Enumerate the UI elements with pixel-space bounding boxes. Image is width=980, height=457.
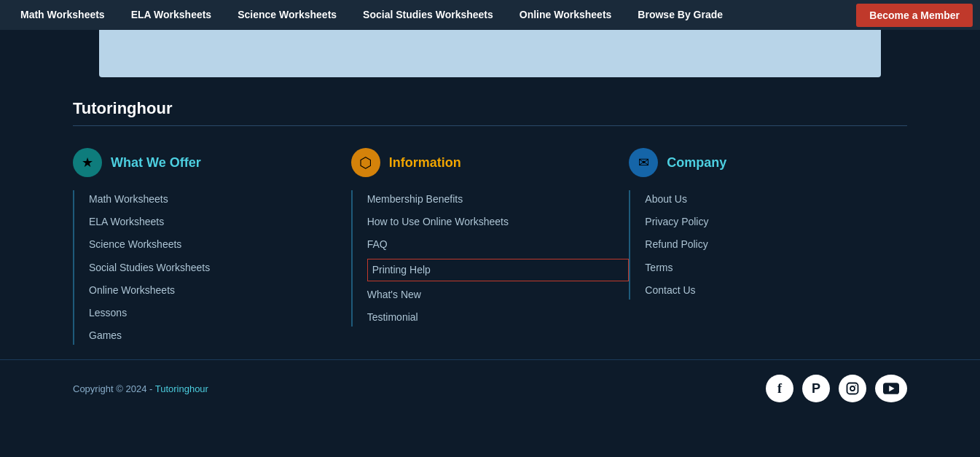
hero-strip — [99, 30, 881, 77]
link-membership-benefits[interactable]: Membership Benefits — [367, 190, 630, 208]
nav-link-ela[interactable]: ELA Worksheets — [118, 0, 224, 30]
nav-item-math[interactable]: Math Worksheets — [7, 0, 118, 30]
footer-col-links-company: About Us Privacy Policy Refund Policy Te… — [629, 190, 907, 300]
link-testimonial[interactable]: Testimonial — [367, 308, 630, 327]
svg-point-1 — [850, 386, 855, 391]
nav-item-online[interactable]: Online Worksheets — [506, 0, 625, 30]
link-how-to-use[interactable]: How to Use Online Worksheets — [367, 213, 630, 231]
footer-divider — [73, 125, 907, 126]
footer-col-header-information: ⬡ Information — [351, 148, 630, 177]
nav-item-science[interactable]: Science Worksheets — [224, 0, 350, 30]
footer-col-what-we-offer: ★ What We Offer Math Worksheets ELA Work… — [73, 148, 351, 345]
nav-link-math[interactable]: Math Worksheets — [7, 0, 118, 30]
link-science-worksheets[interactable]: Science Worksheets — [89, 235, 351, 254]
link-printing-help[interactable]: Printing Help — [367, 259, 630, 281]
footer-col-company: ✉ Company About Us Privacy Policy Refund… — [629, 148, 907, 345]
footer-col-information: ⬡ Information Membership Benefits How to… — [351, 148, 630, 345]
nav-link-browse[interactable]: Browse By Grade — [624, 0, 736, 30]
link-online-worksheets[interactable]: Online Worksheets — [89, 281, 351, 300]
social-icons: f P — [766, 375, 907, 402]
nav-item-ela[interactable]: ELA Worksheets — [118, 0, 224, 30]
email-icon: ✉ — [629, 148, 658, 177]
link-about-us[interactable]: About Us — [645, 190, 907, 208]
link-refund-policy[interactable]: Refund Policy — [645, 235, 907, 254]
link-games[interactable]: Games — [89, 327, 351, 345]
nav-item-social-studies[interactable]: Social Studies Worksheets — [350, 0, 506, 30]
footer-col-header-what-we-offer: ★ What We Offer — [73, 148, 351, 177]
nav-link-science[interactable]: Science Worksheets — [224, 0, 350, 30]
footer-bottom: Copyright © 2024 - Tutoringhour f P — [0, 359, 980, 417]
link-contact-us[interactable]: Contact Us — [645, 281, 907, 300]
footer-col-links-information: Membership Benefits How to Use Online Wo… — [351, 190, 630, 327]
nav-item-browse[interactable]: Browse By Grade — [624, 0, 736, 30]
star-icon: ★ — [73, 148, 102, 177]
link-terms[interactable]: Terms — [645, 259, 907, 277]
footer-col-title-company: Company — [667, 155, 726, 171]
footer: Tutoringhour ★ What We Offer Math Worksh… — [0, 77, 980, 359]
link-whats-new[interactable]: What's New — [367, 286, 630, 304]
footer-columns: ★ What We Offer Math Worksheets ELA Work… — [73, 148, 907, 345]
link-social-studies-worksheets[interactable]: Social Studies Worksheets — [89, 259, 351, 277]
footer-col-title-information: Information — [389, 155, 461, 171]
link-lessons[interactable]: Lessons — [89, 304, 351, 322]
facebook-icon[interactable]: f — [766, 375, 793, 402]
svg-rect-0 — [847, 383, 858, 394]
copyright-text: Copyright © 2024 - Tutoringhour — [73, 383, 208, 394]
link-faq[interactable]: FAQ — [367, 235, 630, 254]
footer-col-title-what-we-offer: What We Offer — [111, 155, 201, 171]
svg-point-2 — [855, 385, 856, 386]
main-nav: Math Worksheets ELA Worksheets Science W… — [0, 0, 980, 30]
link-ela-worksheets[interactable]: ELA Worksheets — [89, 213, 351, 231]
link-math-worksheets[interactable]: Math Worksheets — [89, 190, 351, 208]
layers-icon: ⬡ — [351, 148, 380, 177]
pinterest-icon[interactable]: P — [802, 375, 830, 402]
nav-link-online[interactable]: Online Worksheets — [506, 0, 625, 30]
footer-col-header-company: ✉ Company — [629, 148, 907, 177]
instagram-icon[interactable] — [839, 375, 866, 402]
footer-col-links-what-we-offer: Math Worksheets ELA Worksheets Science W… — [73, 190, 351, 345]
nav-list: Math Worksheets ELA Worksheets Science W… — [7, 0, 856, 30]
footer-brand: Tutoringhour — [73, 99, 907, 118]
nav-link-social-studies[interactable]: Social Studies Worksheets — [350, 0, 506, 30]
copyright-brand: Tutoringhour — [155, 383, 208, 394]
youtube-icon[interactable] — [875, 375, 907, 402]
link-privacy-policy[interactable]: Privacy Policy — [645, 213, 907, 231]
become-member-button[interactable]: Become a Member — [856, 4, 973, 27]
